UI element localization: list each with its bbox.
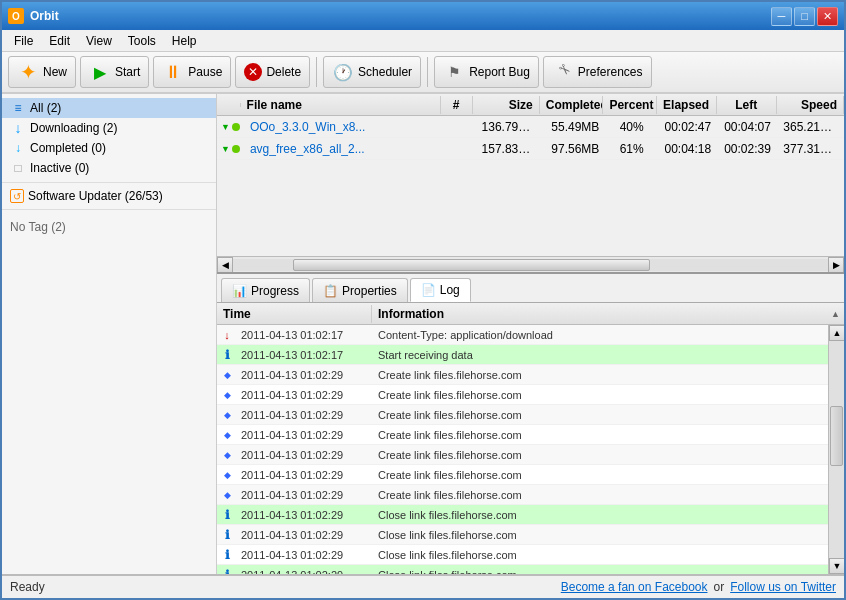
col-header-num[interactable]: #: [441, 96, 473, 114]
log-row[interactable]: ℹ 2011-04-13 01:02:29 Close link files.f…: [217, 505, 828, 525]
file-list-hscroll[interactable]: ◀ ▶: [217, 256, 844, 272]
pause-button[interactable]: ⏸ Pause: [153, 56, 231, 88]
log-row[interactable]: ◆ 2011-04-13 01:02:29 Create link files.…: [217, 385, 828, 405]
log-row[interactable]: ◆ 2011-04-13 01:02:29 Create link files.…: [217, 465, 828, 485]
window-title: Orbit: [30, 9, 59, 23]
hscroll-thumb[interactable]: [293, 259, 650, 271]
log-row-info: Start receiving data: [372, 347, 828, 363]
scheduler-icon: 🕐: [332, 61, 354, 83]
log-row[interactable]: ◆ 2011-04-13 01:02:29 Create link files.…: [217, 365, 828, 385]
log-row-info: Create link files.filehorse.com: [372, 387, 828, 403]
menu-file[interactable]: File: [6, 32, 41, 50]
log-row[interactable]: ℹ 2011-04-13 01:02:29 Close link files.f…: [217, 545, 828, 565]
cell-speed-1: 365.21KB/S: [777, 118, 844, 136]
col-header-left[interactable]: Left: [717, 96, 777, 114]
maximize-button[interactable]: □: [794, 7, 815, 26]
log-row-info: Create link files.filehorse.com: [372, 407, 828, 423]
status-dot-icon-2: [232, 145, 240, 153]
report-bug-button[interactable]: ⚑ Report Bug: [434, 56, 539, 88]
log-body: ↓ 2011-04-13 01:02:17 Content-Type: appl…: [217, 325, 844, 574]
sidebar-item-downloading[interactable]: ↓ Downloading (2): [2, 118, 216, 138]
log-row[interactable]: ◆ 2011-04-13 01:02:29 Create link files.…: [217, 405, 828, 425]
pause-icon: ⏸: [162, 61, 184, 83]
cell-size-2: 157.83MB: [476, 140, 543, 158]
log-scroll-track[interactable]: [829, 341, 844, 558]
minimize-button[interactable]: ─: [771, 7, 792, 26]
facebook-link[interactable]: Become a fan on Facebook: [561, 580, 708, 594]
start-button[interactable]: ▶ Start: [80, 56, 149, 88]
sidebar-item-inactive[interactable]: □ Inactive (0): [2, 158, 216, 178]
log-sort-icon[interactable]: ▲: [827, 309, 844, 319]
log-row[interactable]: ◆ 2011-04-13 01:02:29 Create link files.…: [217, 445, 828, 465]
cell-num-2: [444, 147, 476, 151]
cell-filename-1: OOo_3.3.0_Win_x8...: [244, 118, 444, 136]
col-header-speed[interactable]: Speed: [777, 96, 844, 114]
twitter-link[interactable]: Follow us on Twitter: [730, 580, 836, 594]
col-header-size[interactable]: Size: [473, 96, 540, 114]
log-row-time: 2011-04-13 01:02:29: [237, 367, 372, 383]
log-row-time: 2011-04-13 01:02:29: [237, 527, 372, 543]
start-label: Start: [115, 65, 140, 79]
log-row[interactable]: ◆ 2011-04-13 01:02:29 Create link files.…: [217, 425, 828, 445]
log-col-header-time: Time: [217, 305, 372, 323]
log-scrollbar[interactable]: ▲ ▼: [828, 325, 844, 574]
col-header-percent[interactable]: Percent: [603, 96, 656, 114]
cell-completed-1: 55.49MB: [542, 118, 605, 136]
sidebar-completed-label: Completed (0): [30, 141, 106, 155]
log-row-time: 2011-04-13 01:02:29: [237, 387, 372, 403]
sidebar-item-completed[interactable]: ↓ Completed (0): [2, 138, 216, 158]
toolbar-separator-1: [316, 57, 317, 87]
col-header-completed[interactable]: Completed: [540, 96, 604, 114]
log-row-icon: ↓: [217, 329, 237, 341]
close-button[interactable]: ✕: [817, 7, 838, 26]
report-bug-icon: ⚑: [443, 61, 465, 83]
sidebar-item-software-updater[interactable]: ↺ Software Updater (26/53): [2, 187, 216, 205]
log-row[interactable]: ↓ 2011-04-13 01:02:17 Content-Type: appl…: [217, 325, 828, 345]
log-row-icon: ◆: [217, 430, 237, 440]
log-panel: 📊 Progress 📋 Properties 📄 Log T: [217, 274, 844, 574]
menu-tools[interactable]: Tools: [120, 32, 164, 50]
delete-icon: ✕: [244, 63, 262, 81]
tab-log[interactable]: 📄 Log: [410, 278, 471, 302]
col-header-elapsed[interactable]: Elapsed: [657, 96, 717, 114]
log-row[interactable]: ℹ 2011-04-13 01:02:29 Close link files.f…: [217, 525, 828, 545]
hscroll-right-button[interactable]: ▶: [828, 257, 844, 273]
log-row-time: 2011-04-13 01:02:29: [237, 547, 372, 563]
preferences-icon: ✂: [547, 56, 578, 87]
table-row[interactable]: ▼ avg_free_x86_all_2... 157.83MB 97.56MB…: [217, 138, 844, 160]
table-row[interactable]: ▼ OOo_3.3.0_Win_x8... 136.79MB 55.49MB 4…: [217, 116, 844, 138]
menu-view[interactable]: View: [78, 32, 120, 50]
start-icon: ▶: [89, 61, 111, 83]
delete-button[interactable]: ✕ Delete: [235, 56, 310, 88]
cell-elapsed-1: 00:02:47: [658, 118, 718, 136]
log-scroll-thumb[interactable]: [830, 406, 843, 466]
log-row-info: Create link files.filehorse.com: [372, 467, 828, 483]
menu-help[interactable]: Help: [164, 32, 205, 50]
log-scroll-down-button[interactable]: ▼: [829, 558, 844, 574]
hscroll-left-button[interactable]: ◀: [217, 257, 233, 273]
log-tab-icon: 📄: [421, 283, 436, 297]
new-button[interactable]: ✦ New: [8, 56, 76, 88]
log-row[interactable]: ℹ 2011-04-13 01:02:17 Start receiving da…: [217, 345, 828, 365]
hscroll-track[interactable]: [233, 259, 828, 271]
scheduler-button[interactable]: 🕐 Scheduler: [323, 56, 421, 88]
sidebar-item-all[interactable]: ≡ All (2): [2, 98, 216, 118]
log-row[interactable]: ◆ 2011-04-13 01:02:29 Create link files.…: [217, 485, 828, 505]
cell-speed-2: 377.31KB/S: [777, 140, 844, 158]
progress-tab-icon: 📊: [232, 284, 247, 298]
log-row-time: 2011-04-13 01:02:29: [237, 487, 372, 503]
tab-progress[interactable]: 📊 Progress: [221, 278, 310, 302]
log-row-time: 2011-04-13 01:02:17: [237, 347, 372, 363]
download-arrow-icon-2: ▼: [221, 144, 230, 154]
menu-edit[interactable]: Edit: [41, 32, 78, 50]
status-right: Become a fan on Facebook or Follow us on…: [561, 580, 836, 594]
col-header-filename[interactable]: File name: [241, 96, 441, 114]
preferences-button[interactable]: ✂ Preferences: [543, 56, 652, 88]
sidebar: ≡ All (2) ↓ Downloading (2) ↓ Completed …: [2, 94, 217, 574]
log-row[interactable]: ℹ 2011-04-13 01:02:29 Close link files.f…: [217, 565, 828, 574]
log-row-info: Close link files.filehorse.com: [372, 547, 828, 563]
tab-properties[interactable]: 📋 Properties: [312, 278, 408, 302]
status-text: Ready: [10, 580, 45, 594]
downloading-icon: ↓: [10, 120, 26, 136]
log-scroll-up-button[interactable]: ▲: [829, 325, 844, 341]
